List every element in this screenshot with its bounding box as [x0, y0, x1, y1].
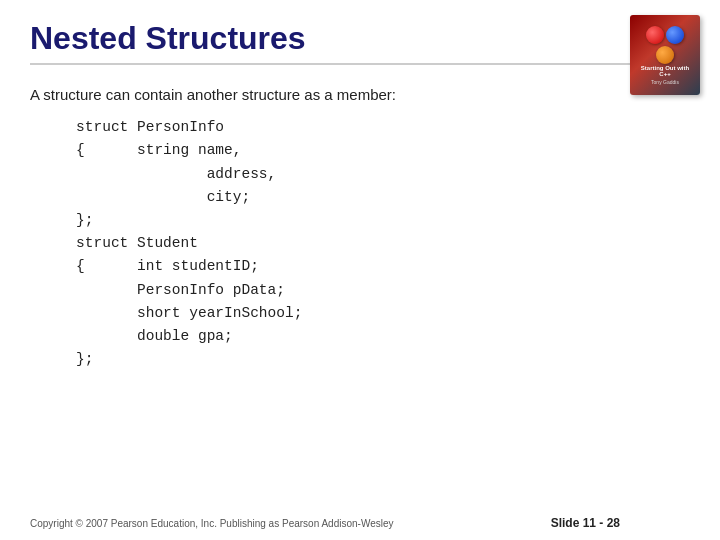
book-author: Tony Gaddis [651, 79, 679, 85]
footer-copyright: Copyright © 2007 Pearson Education, Inc.… [30, 518, 394, 529]
billiard-ball-red [646, 26, 664, 44]
intro-text: A structure can contain another structur… [30, 83, 690, 106]
code-block: struct PersonInfo { string name, address… [50, 116, 690, 371]
book-cover-inner: Starting Out with C++ Tony Gaddis [635, 20, 695, 90]
book-cover: Starting Out with C++ Tony Gaddis [630, 15, 700, 95]
billiard-balls-row [645, 25, 685, 45]
slide-title: Nested Structures [30, 20, 690, 65]
slide-content: A structure can contain another structur… [30, 83, 690, 371]
footer-slide-number: Slide 11 - 28 [551, 516, 620, 530]
footer: Copyright © 2007 Pearson Education, Inc.… [30, 516, 620, 530]
billiard-ball-blue [666, 26, 684, 44]
billiard-ball-orange [656, 46, 674, 64]
billiard-balls-row2 [655, 45, 675, 65]
slide: Starting Out with C++ Tony Gaddis Nested… [0, 0, 720, 540]
book-title: Starting Out with C++ [635, 65, 695, 77]
